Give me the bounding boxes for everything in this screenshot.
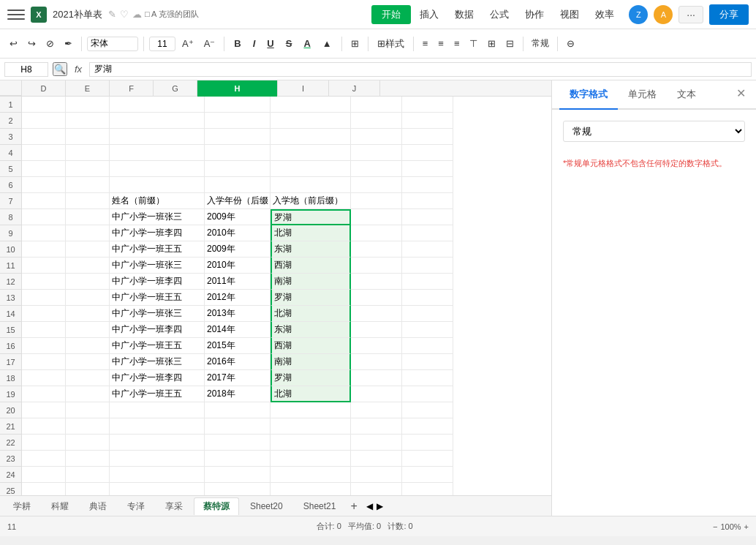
sheet-tab-专泽[interactable]: 专泽: [118, 497, 154, 515]
cell-g20[interactable]: [205, 402, 271, 418]
cell-d11[interactable]: [22, 258, 66, 274]
cell-h11[interactable]: 西湖: [271, 258, 351, 274]
cell-j13[interactable]: [402, 290, 453, 306]
cell-h6[interactable]: [271, 177, 351, 193]
cell-i16[interactable]: [351, 338, 402, 354]
row-header-10[interactable]: 10: [0, 241, 22, 258]
cell-g19[interactable]: 2018年: [205, 386, 271, 402]
tab-next[interactable]: ▶: [377, 501, 383, 511]
cell-h1[interactable]: [271, 97, 351, 113]
tab-prev[interactable]: ◀: [366, 501, 373, 511]
cell-f11[interactable]: 中广小学一班张三: [110, 258, 205, 274]
row-header-4[interactable]: 4: [0, 145, 22, 161]
cell-f17[interactable]: 中广小学一班张三: [110, 354, 205, 370]
row-header-18[interactable]: 18: [0, 370, 22, 386]
hamburger-menu[interactable]: [7, 6, 25, 23]
cell-j7[interactable]: [402, 193, 453, 209]
format-select[interactable]: 常规 数字 货币 日期 时间 百分比 文本: [563, 121, 745, 142]
cell-h9[interactable]: 北湖: [271, 225, 351, 241]
cell-i19[interactable]: [351, 386, 402, 402]
cell-f6[interactable]: [110, 177, 205, 193]
cell-i5[interactable]: [351, 161, 402, 177]
cell-f25[interactable]: [110, 483, 205, 495]
sheet-tab-学耕[interactable]: 学耕: [4, 497, 40, 515]
cell-f24[interactable]: [110, 467, 205, 483]
row-header-24[interactable]: 24: [0, 467, 22, 483]
cell-g1[interactable]: [205, 97, 271, 113]
cell-f18[interactable]: 中广小学一班李四: [110, 370, 205, 386]
cell-e5[interactable]: [66, 161, 110, 177]
row-header-7[interactable]: 7: [0, 193, 22, 209]
cell-d16[interactable]: [22, 338, 66, 354]
cell-d19[interactable]: [22, 386, 66, 402]
cell-i25[interactable]: [351, 483, 402, 495]
font-increase-button[interactable]: A⁺: [178, 36, 197, 51]
cell-d7[interactable]: [22, 193, 66, 209]
bold-button[interactable]: B: [230, 36, 245, 51]
cell-i17[interactable]: [351, 354, 402, 370]
cell-i15[interactable]: [351, 322, 402, 338]
cell-d13[interactable]: [22, 290, 66, 306]
cell-e2[interactable]: [66, 113, 110, 129]
cell-f1[interactable]: [110, 97, 205, 113]
cell-d18[interactable]: [22, 370, 66, 386]
menu-collab[interactable]: 协作: [518, 5, 551, 24]
cell-j6[interactable]: [402, 177, 453, 193]
row-header-21[interactable]: 21: [0, 418, 22, 435]
cell-j23[interactable]: [402, 451, 453, 467]
cell-g6[interactable]: [205, 177, 271, 193]
cell-h16[interactable]: 西湖: [271, 338, 351, 354]
cell-f23[interactable]: [110, 451, 205, 467]
cell-h12[interactable]: 南湖: [271, 274, 351, 290]
cell-j24[interactable]: [402, 467, 453, 483]
cell-g5[interactable]: [205, 161, 271, 177]
cell-d1[interactable]: [22, 97, 66, 113]
cell-j25[interactable]: [402, 483, 453, 495]
formula-input[interactable]: [89, 62, 752, 77]
cell-i11[interactable]: [351, 258, 402, 274]
add-sheet-button[interactable]: +: [347, 500, 360, 513]
cell-f21[interactable]: [110, 418, 205, 435]
menu-formula[interactable]: 公式: [483, 5, 516, 24]
italic-button[interactable]: I: [249, 36, 260, 51]
cell-d20[interactable]: [22, 402, 66, 418]
font-size-input[interactable]: [149, 37, 175, 51]
cell-h10[interactable]: 东湖: [271, 241, 351, 258]
menu-efficiency[interactable]: 效率: [588, 5, 621, 24]
cell-f13[interactable]: 中广小学一班王五: [110, 290, 205, 306]
row-header-9[interactable]: 9: [0, 225, 22, 241]
cell-e1[interactable]: [66, 97, 110, 113]
sheet-tab-享采[interactable]: 享采: [156, 497, 192, 515]
menu-start[interactable]: 开始: [371, 5, 411, 24]
cell-g17[interactable]: 2016年: [205, 354, 271, 370]
cell-h14[interactable]: 北湖: [271, 306, 351, 322]
cell-d25[interactable]: [22, 483, 66, 495]
cell-f20[interactable]: [110, 402, 205, 418]
col-header-i[interactable]: I: [278, 80, 329, 97]
cell-i21[interactable]: [351, 418, 402, 435]
col-header-e[interactable]: E: [66, 80, 110, 97]
cell-h7[interactable]: 入学地（前后缀）: [271, 193, 351, 209]
cell-j21[interactable]: [402, 418, 453, 435]
cell-d9[interactable]: [22, 225, 66, 241]
cell-j16[interactable]: [402, 338, 453, 354]
cell-h18[interactable]: 罗湖: [271, 370, 351, 386]
menu-data[interactable]: 数据: [447, 5, 481, 24]
cell-e23[interactable]: [66, 451, 110, 467]
cell-d8[interactable]: [22, 209, 66, 225]
merge-button[interactable]: ⊟: [502, 36, 518, 51]
row-header-16[interactable]: 16: [0, 338, 22, 354]
cell-d15[interactable]: [22, 322, 66, 338]
menu-view[interactable]: 视图: [553, 5, 586, 24]
cell-d3[interactable]: [22, 129, 66, 145]
cell-g18[interactable]: 2017年: [205, 370, 271, 386]
cell-i18[interactable]: [351, 370, 402, 386]
cell-j11[interactable]: [402, 258, 453, 274]
cell-g14[interactable]: 2013年: [205, 306, 271, 322]
align-right-button[interactable]: ≡: [450, 36, 464, 51]
row-header-8[interactable]: 8: [0, 209, 22, 225]
wrap-button[interactable]: ⊞: [484, 36, 499, 51]
row-header-11[interactable]: 11: [0, 258, 22, 274]
row-header-25[interactable]: 25: [0, 483, 22, 495]
strikethrough-button[interactable]: S: [281, 36, 297, 51]
